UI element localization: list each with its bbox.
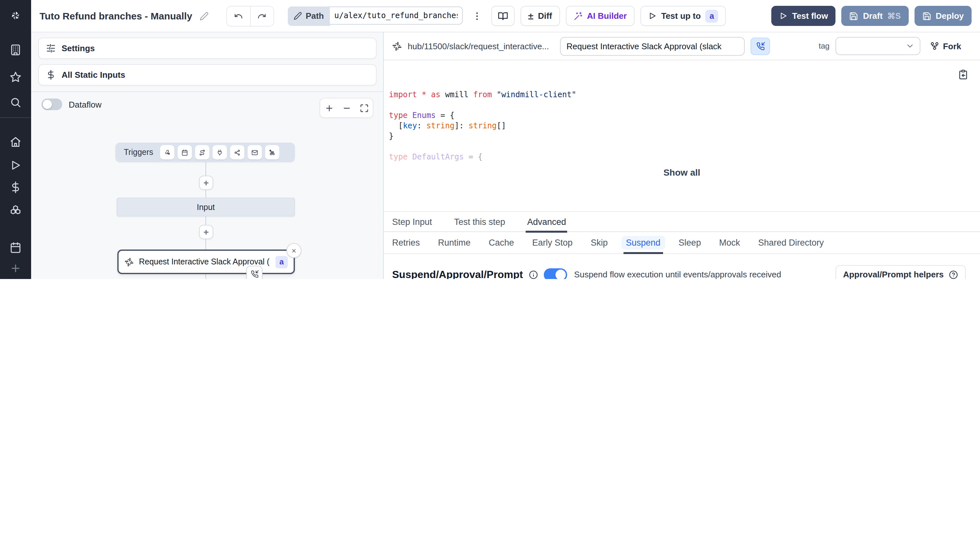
copy-code-icon[interactable] (954, 69, 972, 80)
fork-icon (930, 41, 939, 51)
schedules-calendar-icon[interactable] (0, 238, 31, 257)
suspend-toggle-text: Suspend flow execution until events/appr… (574, 269, 781, 279)
path-group: Path (287, 6, 463, 26)
step-tabs: Step Input Test this step Advanced (384, 211, 980, 232)
hub-script-path: hub/11500/slack/request_interactive... (408, 41, 549, 51)
diff-button[interactable]: ±Diff (520, 6, 560, 26)
dataflow-toggle[interactable] (41, 98, 62, 110)
plus-minus-icon: ± (528, 10, 534, 21)
variables-dollar-icon[interactable] (0, 177, 31, 197)
deploy-button[interactable]: Deploy (914, 6, 972, 26)
flow-divider (31, 91, 383, 92)
subtab-early-stop[interactable]: Early Stop (532, 232, 573, 253)
chevron-down-icon (906, 41, 914, 51)
ai-builder-button[interactable]: AI Builder (566, 6, 635, 26)
advanced-subtabs: Retries Runtime Cache Early Stop Skip Su… (384, 232, 980, 254)
delete-step-icon[interactable] (286, 243, 301, 258)
step-header: hub/11500/slack/request_interactive... t… (384, 33, 980, 60)
search-icon[interactable] (0, 93, 31, 112)
draft-button[interactable]: Draft⌘S (842, 6, 908, 26)
add-step-above-input-button[interactable]: + (199, 176, 213, 190)
windmill-flow-editor: Tuto Refund branches - Manually Path ±Di… (0, 0, 980, 279)
test-flow-button[interactable]: Test flow (771, 6, 836, 26)
sliders-icon (46, 43, 56, 53)
kafka-trigger-icon[interactable] (230, 145, 245, 159)
topbar: Tuto Refund branches - Manually Path ±Di… (31, 0, 980, 33)
suspend-enable-toggle[interactable] (544, 268, 567, 279)
windmill-logo[interactable] (0, 0, 31, 31)
subtab-retries[interactable]: Retries (392, 232, 420, 253)
help-icon (949, 270, 958, 279)
all-static-inputs-bar[interactable]: All Static Inputs (38, 64, 377, 85)
input-node[interactable]: Input (117, 198, 295, 217)
create-plus-icon[interactable] (0, 259, 31, 278)
zoom-out-icon[interactable] (338, 99, 355, 117)
code-lines: import * as wmill from "windmill-client"… (389, 89, 980, 162)
schedule-trigger-icon[interactable] (178, 145, 192, 159)
add-step-after-input-button[interactable]: + (199, 225, 213, 239)
canvas-zoom-controls (320, 98, 373, 118)
flow-title: Tuto Refund branches - Manually (39, 10, 192, 21)
tag-select[interactable] (836, 37, 920, 55)
tag-label: tag (819, 41, 829, 51)
dataflow-label: Dataflow (69, 100, 102, 109)
step-detail-panel: hub/11500/slack/request_interactive... t… (384, 33, 980, 279)
draft-shortcut: ⌘S (887, 11, 901, 21)
subtab-sleep[interactable]: Sleep (679, 232, 701, 253)
subtab-skip[interactable]: Skip (591, 232, 608, 253)
resources-boxes-icon[interactable] (0, 201, 31, 220)
undo-redo-group (226, 5, 274, 26)
path-input[interactable] (330, 6, 463, 24)
tab-step-input[interactable]: Step Input (392, 212, 432, 231)
step-id-badge: a (276, 256, 288, 268)
show-all-row: Show all (384, 162, 980, 211)
topbar-actions: Test flow Draft⌘S Deploy (771, 6, 972, 26)
subtab-runtime[interactable]: Runtime (438, 232, 471, 253)
http-route-trigger-icon[interactable] (195, 145, 210, 159)
slack-icon (125, 257, 134, 267)
undo-button[interactable] (227, 6, 250, 26)
zoom-in-icon[interactable] (320, 99, 338, 117)
docs-book-button[interactable] (491, 6, 515, 26)
suspend-heading: Suspend/Approval/Prompt (392, 269, 523, 279)
sidebar-divider (0, 117, 31, 118)
slack-icon (392, 41, 402, 51)
fork-button[interactable]: Fork (926, 41, 965, 51)
edit-title-icon[interactable] (199, 11, 208, 20)
code-preview[interactable]: import * as wmill from "windmill-client"… (384, 60, 980, 162)
suspend-phone-badge-icon (246, 266, 263, 279)
flow-canvas-panel: Settings All Static Inputs Dataflow (31, 33, 384, 279)
subtab-suspend[interactable]: Suspend (626, 232, 660, 253)
favorites-star-icon[interactable] (0, 67, 31, 87)
step-node-selected[interactable]: Request Interactive Slack Approval (... … (117, 249, 295, 274)
subtab-mock[interactable]: Mock (719, 232, 740, 253)
show-all-button[interactable]: Show all (660, 167, 704, 178)
runs-play-icon[interactable] (0, 156, 31, 175)
test-up-to-button[interactable]: Test up toa (640, 6, 726, 26)
triggers-node[interactable]: Triggers (115, 143, 295, 162)
tab-test-this-step[interactable]: Test this step (454, 212, 505, 231)
step-name-input[interactable] (560, 37, 745, 56)
step-id-badge: a (705, 10, 718, 22)
webhook-trigger-icon[interactable] (161, 145, 175, 159)
subtab-cache[interactable]: Cache (489, 232, 514, 253)
poll-trigger-icon[interactable] (266, 145, 280, 159)
path-chip[interactable]: Path (287, 6, 330, 26)
workspace-icon[interactable] (0, 40, 31, 60)
sidebar (0, 0, 31, 279)
email-trigger-icon[interactable] (248, 145, 262, 159)
dollar-icon (46, 70, 56, 80)
more-menu-kebab-icon[interactable] (469, 6, 486, 26)
approval-prompt-helpers-button[interactable]: Approval/Prompt helpers (835, 265, 966, 279)
suspend-section: Suspend/Approval/Prompt Suspend flow exe… (384, 254, 980, 279)
fit-view-icon[interactable] (355, 99, 373, 117)
redo-button[interactable] (250, 6, 273, 26)
flow-settings-bar[interactable]: Settings (38, 38, 377, 59)
websocket-trigger-icon[interactable] (213, 145, 227, 159)
edge-step-result (205, 274, 206, 279)
info-icon[interactable] (529, 270, 538, 279)
home-icon[interactable] (0, 132, 31, 152)
subtab-shared-directory[interactable]: Shared Directory (758, 232, 824, 253)
suspend-phone-button[interactable] (750, 37, 770, 55)
tab-advanced[interactable]: Advanced (527, 212, 566, 231)
